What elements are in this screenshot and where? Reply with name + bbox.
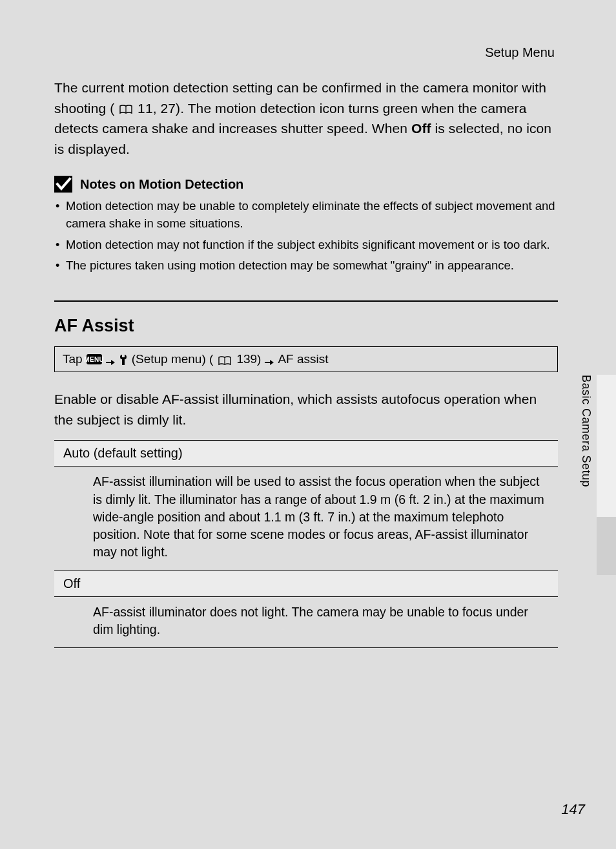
option-desc: AF-assist illumination will be used to a… — [93, 474, 544, 559]
note-item: The pictures taken using motion detectio… — [54, 257, 558, 275]
notes-title: Notes on Motion Detection — [80, 177, 243, 192]
option-name: Off — [63, 576, 80, 591]
arrow-right-icon — [106, 355, 115, 363]
note-text: Motion detection may be unable to comple… — [66, 199, 555, 230]
book-icon — [119, 100, 132, 109]
side-tab-upper — [597, 375, 616, 517]
notes-list: Motion detection may be unable to comple… — [54, 198, 558, 275]
manual-page: Setup Menu The current motion detection … — [0, 0, 616, 849]
page-number: 147 — [561, 801, 585, 818]
side-tab-label: Basic Camera Setup — [579, 375, 593, 487]
book-icon — [218, 355, 231, 364]
option-desc: AF-assist illuminator does not light. Th… — [93, 605, 528, 636]
option-header: Off — [54, 571, 558, 597]
option-name: Auto (default setting) — [63, 446, 183, 460]
option-body: AF-assist illumination will be used to a… — [54, 466, 558, 570]
caution-check-icon — [54, 176, 72, 193]
note-item: Motion detection may not function if the… — [54, 236, 558, 254]
main-column: The current motion detection setting can… — [54, 78, 558, 648]
side-tab-lower — [597, 517, 616, 575]
nav-path-box: Tap MENU (Setup menu) ( 139) AF assist — [54, 346, 558, 372]
side-tab: Basic Camera Setup — [577, 375, 616, 575]
section-divider — [54, 300, 558, 302]
note-text: The pictures taken using motion detectio… — [66, 258, 514, 272]
arrow-right-icon — [265, 355, 274, 363]
section-title: AF Assist — [54, 316, 558, 336]
note-text: Motion detection may not function if the… — [66, 238, 550, 251]
nav-end-label: AF assist — [278, 352, 328, 366]
nav-page-ref: 139) — [236, 352, 261, 366]
option-body: AF-assist illuminator does not light. Th… — [54, 597, 558, 649]
header-section-label: Setup Menu — [485, 45, 555, 60]
notes-block: Notes on Motion Detection Motion detecti… — [54, 176, 558, 275]
notes-header: Notes on Motion Detection — [54, 176, 558, 193]
nav-tap-label: Tap — [63, 352, 83, 366]
note-item: Motion detection may be unable to comple… — [54, 198, 558, 233]
nav-setup-label: (Setup menu) ( — [132, 352, 214, 366]
option-header: Auto (default setting) — [54, 440, 558, 466]
options-table: Auto (default setting) AF-assist illumin… — [54, 440, 558, 648]
wrench-icon — [119, 353, 128, 365]
menu-chip-icon: MENU — [87, 354, 102, 364]
section-body-text: Enable or disable AF-assist illumination… — [54, 389, 558, 430]
intro-paragraph: The current motion detection setting can… — [54, 78, 558, 159]
intro-strong-off: Off — [411, 121, 431, 136]
